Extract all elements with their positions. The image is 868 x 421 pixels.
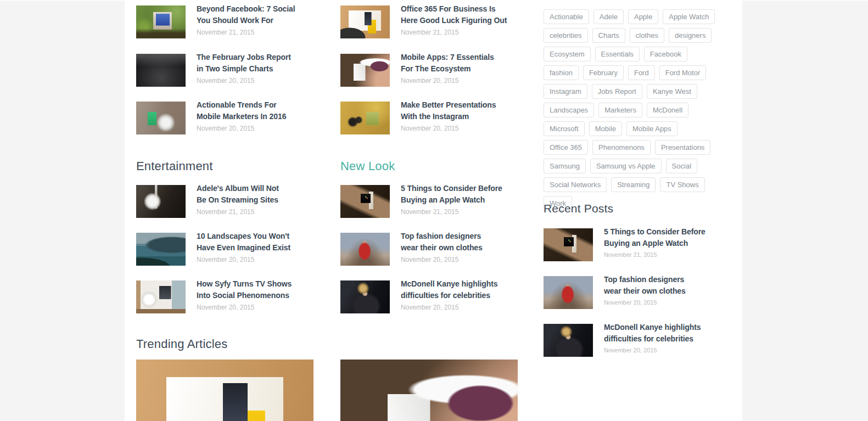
tag-celebrities[interactable]: celebrities [544, 28, 588, 43]
article-title[interactable]: 5 Things to Consider Before Buying an Ap… [401, 183, 512, 206]
article-date: November 20, 2015 [401, 125, 512, 132]
article-title[interactable]: Top fashion designers wear their own clo… [401, 231, 512, 254]
tag-social[interactable]: Social [666, 159, 697, 173]
tag-presentations[interactable]: Presentations [655, 140, 711, 155]
article-title[interactable]: 10 Landscapes You Won't Have Even Imagin… [197, 231, 307, 254]
tag-ecosystem[interactable]: Ecosystem [544, 47, 591, 61]
article-better-presentations: Make Better Presentations With the Insta… [340, 102, 522, 134]
section-heading-recent-posts: Recent Posts [544, 202, 613, 215]
article-title[interactable]: Mobile Apps: 7 Essentials For The Ecosys… [401, 52, 512, 75]
recent-post-date: November 20, 2015 [604, 347, 717, 353]
thumb-leaves-camera-bag[interactable] [340, 102, 390, 134]
tag-mcdonell[interactable]: McDonell [647, 103, 688, 117]
tag-instagram[interactable]: Instagram [544, 84, 587, 99]
article-mcdonell-kanye: McDonell Kanye highlights difficulties f… [340, 280, 522, 313]
article-actionable-trends: Actionable Trends For Mobile Marketers I… [136, 102, 317, 134]
recent-post-title[interactable]: McDonell Kanye highlights difficulties f… [604, 322, 717, 345]
thumb-desk-speaker[interactable] [136, 280, 186, 313]
section-heading-new-look: New Look [340, 159, 395, 173]
thumb-lake-landscape[interactable] [136, 233, 186, 266]
thumb-dark-office[interactable] [136, 54, 186, 87]
thumb-frogs-computer[interactable] [136, 5, 186, 38]
recent-post-title[interactable]: 5 Things to Consider Before Buying an Ap… [604, 226, 717, 249]
tag-ford-motor[interactable]: Ford Motor [659, 65, 707, 80]
tag-actionable[interactable]: Actionable [544, 9, 589, 24]
thumb-green-phone-headphones[interactable] [136, 102, 186, 134]
thumb-red-dress-model[interactable] [544, 276, 593, 309]
article-date: November 21, 2015 [401, 208, 512, 216]
article-title[interactable]: Adele's Album Will Not Be On Streaming S… [197, 183, 307, 206]
tag-apple[interactable]: Apple [628, 9, 658, 24]
tag-streaming[interactable]: Streaming [611, 177, 656, 192]
tag-designers[interactable]: designers [669, 28, 712, 43]
article-title[interactable]: Actionable Trends For Mobile Marketers I… [197, 99, 307, 122]
article-title[interactable]: McDonell Kanye highlights difficulties f… [401, 278, 512, 301]
article-date: November 20, 2015 [197, 304, 307, 311]
recent-post-date: November 21, 2015 [604, 251, 717, 258]
tag-clothes[interactable]: clothes [630, 28, 664, 43]
article-date: November 21, 2015 [401, 29, 512, 36]
article-date: November 20, 2015 [197, 256, 307, 263]
article-date: November 20, 2015 [401, 304, 512, 311]
recent-post-title[interactable]: Top fashion designers wear their own clo… [604, 274, 717, 297]
thumb-apple-watch-wrist[interactable] [340, 185, 390, 218]
tag-february[interactable]: February [583, 65, 624, 80]
article-title[interactable]: Beyond Facebook: 7 Social You Should Wor… [197, 3, 307, 26]
article-adele-album: Adele's Album Will Not Be On Streaming S… [136, 185, 317, 218]
trending-image-sunglasses-phone[interactable] [340, 360, 518, 421]
article-title[interactable]: The February Jobs Report in Two Simple C… [197, 52, 307, 75]
article-date: November 20, 2015 [401, 256, 512, 263]
tag-social-networks[interactable]: Social Networks [544, 177, 607, 192]
tag-samsung[interactable]: Samsung [544, 159, 586, 173]
article-title[interactable]: Office 365 For Business Is Here Good Luc… [401, 3, 512, 26]
tag-fashion[interactable]: fashion [544, 65, 579, 80]
tag-office-365[interactable]: Office 365 [544, 140, 588, 155]
tag-essentials[interactable]: Essentials [595, 47, 640, 61]
tag-landscapes[interactable]: Landscapes [544, 103, 594, 117]
article-february-jobs: The February Jobs Report in Two Simple C… [136, 54, 317, 87]
tag-jobs-report[interactable]: Jobs Report [592, 84, 642, 99]
tag-facebook[interactable]: Facebook [644, 47, 687, 61]
tag-adele[interactable]: Adele [593, 9, 624, 24]
recent-post-apple-watch: 5 Things to Consider Before Buying an Ap… [544, 228, 725, 261]
tag-cloud: Actionable Adele Apple Apple Watch celeb… [544, 9, 725, 211]
recent-post-date: November 20, 2015 [604, 299, 717, 306]
thumb-fur-portrait-model[interactable] [544, 324, 593, 357]
article-beyond-facebook: Beyond Facebook: 7 Social You Should Wor… [136, 5, 317, 38]
article-fashion-designers: Top fashion designers wear their own clo… [340, 233, 522, 266]
article-title[interactable]: Make Better Presentations With the Insta… [401, 99, 512, 122]
article-date: November 20, 2015 [197, 77, 307, 85]
tag-samsung-vs-apple[interactable]: Samsung vs Apple [590, 159, 662, 173]
recent-post-mcdonell-kanye: McDonell Kanye highlights difficulties f… [544, 324, 725, 357]
thumb-apple-watch-wrist[interactable] [544, 228, 593, 261]
tag-apple-watch[interactable]: Apple Watch [663, 9, 715, 24]
section-heading-trending: Trending Articles [136, 337, 227, 351]
tag-mobile[interactable]: Mobile [589, 121, 622, 136]
tag-charts[interactable]: Charts [592, 28, 625, 43]
tag-tv-shows[interactable]: TV Shows [660, 177, 704, 192]
content-area: Beyond Facebook: 7 Social You Should Wor… [125, 0, 742, 421]
recent-post-fashion-designers: Top fashion designers wear their own clo… [544, 276, 725, 309]
article-date: November 20, 2015 [401, 77, 512, 85]
article-date: November 21, 2015 [197, 29, 307, 36]
tag-phenomenons[interactable]: Phenomenons [592, 140, 651, 155]
thumb-white-headphones[interactable] [136, 185, 186, 218]
tag-ford[interactable]: Ford [628, 65, 655, 80]
trending-image-desk-yellow-phone[interactable] [136, 360, 313, 421]
article-office-365: Office 365 For Business Is Here Good Luc… [340, 5, 522, 38]
thumb-sunglasses-phone[interactable] [340, 54, 390, 87]
thumb-fur-portrait-model[interactable] [340, 280, 390, 313]
article-date: November 20, 2015 [197, 125, 307, 132]
tag-marketers[interactable]: Marketers [598, 103, 642, 117]
tag-kanye-west[interactable]: Kanye West [647, 84, 697, 99]
thumb-red-dress-model[interactable] [340, 233, 390, 266]
tag-mobile-apps[interactable]: Mobile Apps [626, 121, 677, 136]
thumb-desk-yellow-phone[interactable] [340, 5, 390, 38]
tag-microsoft[interactable]: Microsoft [544, 121, 585, 136]
article-10-landscapes: 10 Landscapes You Won't Have Even Imagin… [136, 233, 317, 266]
article-syfy-tv-shows: How Syfy Turns TV Shows Into Social Phen… [136, 280, 317, 313]
section-heading-entertainment: Entertainment [136, 159, 213, 173]
article-mobile-apps: Mobile Apps: 7 Essentials For The Ecosys… [340, 54, 522, 87]
article-date: November 21, 2015 [197, 208, 307, 216]
article-title[interactable]: How Syfy Turns TV Shows Into Social Phen… [197, 278, 307, 301]
